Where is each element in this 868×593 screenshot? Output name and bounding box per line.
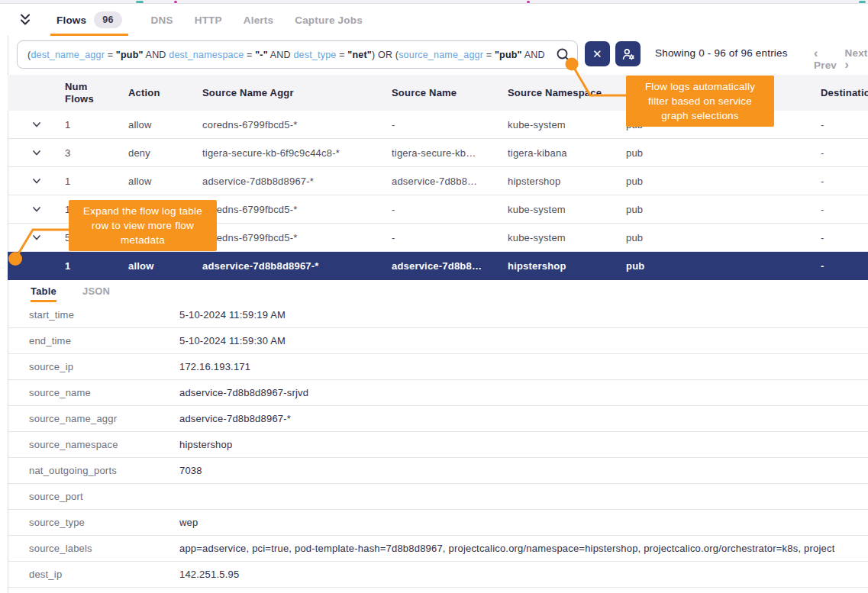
- flow-logs-panel: Flows 96 DNS HTTP Alerts Capture Jobs ( …: [0, 0, 868, 593]
- detail-row: source_namespacehipstershop: [8, 432, 868, 458]
- table-row[interactable]: 1 allow adservice-7d8b8d8967-* adservice…: [8, 167, 868, 195]
- cell-dest-name-aggr: pub: [626, 260, 821, 272]
- query-token: =: [336, 50, 347, 60]
- column-header-destination-name[interactable]: Destination Name: [821, 87, 868, 99]
- column-header-source-namespace[interactable]: Source Namespace: [508, 87, 626, 99]
- cell-num-flows: 1: [65, 260, 128, 272]
- cell-action: allow: [128, 176, 202, 187]
- query-token: AND: [144, 50, 169, 60]
- cell-num-flows: 3: [65, 147, 128, 159]
- detail-row: start_time5-10-2024 11:59:19 AM: [8, 302, 868, 328]
- cell-source-namespace: hipstershop: [508, 176, 626, 187]
- tab-capture-jobs[interactable]: Capture Jobs: [284, 4, 373, 36]
- collapse-panel-icon[interactable]: [15, 10, 35, 30]
- cell-source-name: tigera-secure-kb…: [392, 147, 508, 159]
- cell-source-name: -: [392, 232, 508, 243]
- cell-source-name-aggr: coredns-6799fbcd5-*: [202, 232, 392, 243]
- query-token-value: "pub": [116, 50, 144, 60]
- cell-source-name: adservice-7d8b8…: [392, 260, 508, 272]
- tooltip-filter-hint: Flow logs automatically filter based on …: [626, 76, 774, 127]
- person-gear-icon: [621, 47, 636, 62]
- cell-source-name-aggr: tigera-secure-kb-6f9c9c44c8-*: [202, 147, 392, 159]
- tab-alerts[interactable]: Alerts: [233, 4, 284, 36]
- column-header-action[interactable]: Action: [128, 87, 202, 99]
- tab-alerts-label: Alerts: [244, 15, 273, 26]
- tab-http[interactable]: HTTP: [184, 4, 233, 36]
- cell-dest-name-aggr: pub: [626, 232, 821, 243]
- toolbar: ( dest_name_aggr = "pub" AND dest_namesp…: [0, 40, 868, 70]
- tab-http-label: HTTP: [195, 15, 222, 26]
- tab-bar: Flows 96 DNS HTTP Alerts Capture Jobs: [0, 4, 868, 36]
- cell-source-namespace: tigera-kibana: [508, 147, 626, 159]
- cell-source-namespace: kube-system: [508, 232, 626, 243]
- clear-filter-button[interactable]: ✕: [585, 41, 610, 66]
- flow-detail-tabs: Table JSON: [8, 280, 868, 302]
- detail-row: nat_outgoing_ports7038: [8, 458, 868, 484]
- cell-source-namespace: kube-system: [508, 204, 626, 215]
- detail-row: source_name_aggradservice-7d8b8d8967-*: [8, 406, 868, 432]
- cell-destination-name: -: [821, 204, 868, 215]
- cell-dest-name-aggr: pub: [626, 147, 821, 159]
- cell-action: allow: [128, 119, 202, 131]
- prev-button[interactable]: ‹ Prev: [814, 47, 837, 71]
- results-count-text: Showing 0 - 96 of 96 entries: [655, 47, 788, 59]
- cell-source-name-aggr: adservice-7d8b8d8967-*: [202, 260, 392, 272]
- cell-source-name-aggr: coredns-6799fbcd5-*: [202, 119, 392, 131]
- column-header-source-name[interactable]: Source Name: [392, 87, 508, 99]
- flow-detail-table: start_time5-10-2024 11:59:19 AM end_time…: [8, 302, 868, 588]
- cell-destination-name: -: [821, 119, 868, 131]
- graph-node-fragment: [174, 1, 177, 3]
- detail-tab-json[interactable]: JSON: [82, 280, 110, 302]
- next-button[interactable]: Next ›: [845, 47, 868, 71]
- cell-destination-name: -: [821, 232, 868, 243]
- query-token-value: "pub": [495, 50, 522, 60]
- row-expand-chevron-icon[interactable]: [8, 119, 65, 130]
- query-token-value: "-": [255, 50, 268, 60]
- cell-source-namespace: hipstershop: [508, 260, 626, 272]
- cell-dest-name-aggr: pub: [626, 176, 821, 187]
- chevron-left-icon: ‹: [814, 47, 818, 60]
- cell-num-flows: 1: [65, 176, 128, 187]
- detail-row: end_time5-10-2024 11:59:30 AM: [8, 328, 868, 354]
- query-token-field: dest_namespace: [169, 50, 244, 60]
- query-token-field: source_name_aggr: [399, 50, 483, 60]
- x-icon: ✕: [592, 47, 602, 61]
- column-header-num-flows[interactable]: Num Flows: [65, 81, 128, 105]
- column-header-source-name-aggr[interactable]: Source Name Aggr: [202, 87, 392, 99]
- query-token: =: [483, 50, 495, 60]
- detail-tab-table[interactable]: Table: [31, 280, 56, 302]
- tooltip-expand-hint: Expand the flow log table row to view mo…: [69, 200, 217, 251]
- graph-node-fragment: [527, 1, 530, 3]
- search-icon[interactable]: [556, 47, 571, 63]
- flows-count-badge: 96: [94, 11, 121, 28]
- user-settings-button[interactable]: [615, 41, 641, 66]
- cell-source-name: adservice-7d8b8…: [392, 176, 508, 187]
- cell-source-name-aggr: adservice-7d8b8d8967-*: [202, 176, 392, 187]
- detail-row: source_port: [8, 484, 868, 510]
- cell-source-name-aggr: coredns-6799fbcd5-*: [202, 204, 392, 215]
- cell-source-namespace: kube-system: [508, 119, 626, 131]
- query-token: AND: [522, 50, 545, 60]
- cell-destination-name: -: [821, 176, 868, 187]
- cell-source-name: -: [392, 204, 508, 215]
- graph-edge-fragment: [859, 1, 866, 3]
- cell-source-name: -: [392, 119, 508, 131]
- filter-query-input[interactable]: ( dest_name_aggr = "pub" AND dest_namesp…: [17, 40, 578, 69]
- query-token: ) OR (: [372, 50, 399, 60]
- cell-destination-name: -: [821, 147, 868, 159]
- detail-row: source_labelsapp=adservice, pci=true, po…: [8, 536, 868, 562]
- row-expand-chevron-icon[interactable]: [8, 232, 65, 243]
- cell-destination-name: -: [821, 260, 868, 272]
- cell-action: deny: [128, 147, 202, 159]
- query-token: =: [105, 50, 116, 60]
- table-row-selected[interactable]: 1 allow adservice-7d8b8d8967-* adservice…: [8, 252, 868, 280]
- row-expand-chevron-icon[interactable]: [8, 176, 65, 186]
- tab-flows[interactable]: Flows 96: [46, 4, 133, 36]
- tab-dns-label: DNS: [151, 15, 173, 26]
- tab-dns[interactable]: DNS: [140, 4, 184, 36]
- table-row[interactable]: 3 deny tigera-secure-kb-6f9c9c44c8-* tig…: [8, 139, 868, 167]
- row-expand-chevron-icon[interactable]: [8, 147, 65, 158]
- query-token-field: dest_type: [293, 50, 336, 60]
- query-token: AND: [268, 50, 294, 60]
- row-expand-chevron-icon[interactable]: [8, 204, 65, 214]
